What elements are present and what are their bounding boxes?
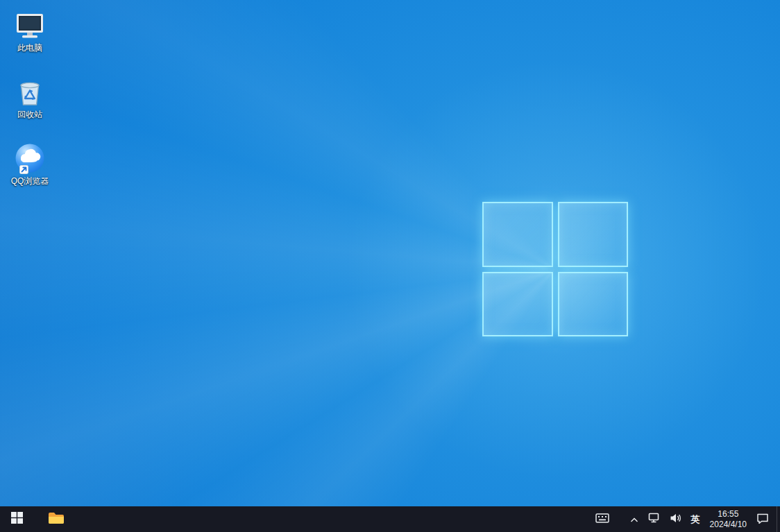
system-tray: 英 16:55 2024/4/10 (591, 506, 780, 532)
touch-keyboard-icon (595, 513, 609, 526)
windows-logo-pane (558, 202, 629, 267)
desktop-icon-recycle-bin[interactable]: 回收站 (5, 76, 55, 119)
speaker-icon (670, 513, 681, 526)
desktop-background[interactable]: 此电脑 回收站 (0, 0, 780, 506)
chevron-up-icon (630, 513, 638, 526)
network-ethernet-icon (648, 513, 660, 526)
recycle-bin-icon (13, 76, 46, 108)
network-button[interactable] (643, 506, 665, 532)
qq-browser-icon (13, 143, 46, 175)
windows-logo-pane (482, 272, 553, 337)
start-button[interactable] (0, 506, 33, 532)
this-pc-label: 此电脑 (17, 43, 42, 53)
action-center-button[interactable] (752, 506, 774, 532)
ime-language-indicator[interactable]: 英 (686, 506, 705, 532)
volume-button[interactable] (665, 506, 686, 532)
taskbar: 英 16:55 2024/4/10 (0, 506, 780, 532)
windows-logo-pane (482, 202, 553, 267)
windows-start-icon (11, 512, 23, 526)
show-hidden-icons-button[interactable] (625, 506, 643, 532)
touch-keyboard-button[interactable] (591, 506, 614, 532)
this-pc-icon (13, 10, 46, 42)
recycle-bin-label: 回收站 (17, 110, 42, 119)
taskbar-clock[interactable]: 16:55 2024/4/10 (705, 506, 752, 532)
clock-time: 16:55 (718, 509, 738, 520)
file-explorer-button[interactable] (40, 506, 72, 532)
folder-icon (48, 511, 65, 528)
wallpaper-light-rays (0, 0, 780, 506)
clock-date: 2024/4/10 (710, 520, 747, 530)
desktop-icon-this-pc[interactable]: 此电脑 (5, 10, 55, 53)
windows-logo-pane (558, 272, 629, 337)
notification-bubble-icon (756, 513, 769, 526)
wallpaper-windows-logo (482, 202, 628, 336)
qq-browser-label: QQ浏览器 (11, 176, 49, 186)
show-desktop-button[interactable] (777, 506, 780, 532)
desktop-icon-qq-browser[interactable]: QQ浏览器 (5, 143, 55, 186)
